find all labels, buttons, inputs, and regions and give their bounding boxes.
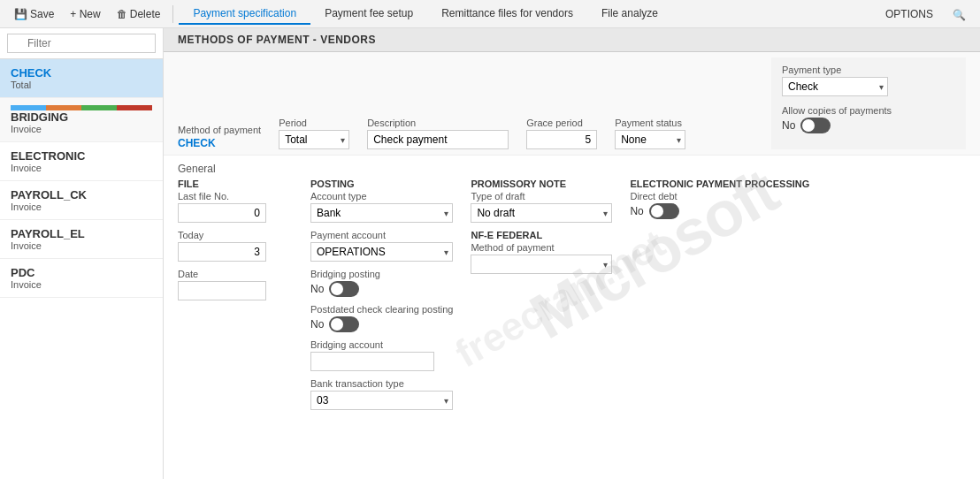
sidebar-item-check[interactable]: CHECK Total [0,59,163,98]
description-input[interactable] [367,130,509,149]
bar-green [81,105,117,110]
postdated-check-value: No [310,318,324,331]
date-input[interactable] [178,281,266,300]
payment-type-label: Payment type [782,65,955,75]
account-type-label: Account type [310,191,453,201]
direct-debit-toggle[interactable] [649,203,679,219]
bridging-posting-label: Bridging posting [310,269,453,279]
filter-input[interactable] [7,34,156,53]
postdated-check-toggle-row: No [310,316,359,332]
save-button[interactable]: 💾 Save [7,5,61,23]
electronic-section-title: ELECTRONIC PAYMENT PROCESSING [630,179,809,189]
posting-column: POSTING Account type Bank Payment accoun… [310,179,453,417]
payment-account-select[interactable]: OPERATIONS [310,242,453,262]
tab-payment-specification[interactable]: Payment specification [179,4,310,25]
delete-icon: 🗑 [117,8,127,20]
allow-copies-toggle-row: No [782,118,831,133]
type-of-draft-select-wrap: No draft [471,203,612,223]
general-title: General [164,156,980,179]
toolbar: 💾 Save + New 🗑 Delete Payment specificat… [0,0,980,28]
period-select[interactable]: Total [279,130,349,149]
bridging-posting-toggle-row: No [310,281,359,297]
toolbar-separator [172,5,173,23]
allow-copies-toggle[interactable] [800,118,831,133]
options-button[interactable]: OPTIONS [875,4,944,24]
sidebar-item-bridging-name: BRIDGING [11,110,152,124]
sidebar-item-pdc[interactable]: PDC Invoice [0,259,163,298]
period-col: Period Total [279,118,349,149]
tab-remittance-files[interactable]: Remittance files for vendors [427,4,587,25]
bridging-account-input[interactable] [310,352,434,371]
file-section-title: FILE [178,179,293,189]
period-label: Period [279,118,349,128]
new-button[interactable]: + New [63,5,107,23]
sidebar-item-electronic-sub: Invoice [11,163,152,173]
payment-account-field: Payment account OPERATIONS [310,230,453,262]
direct-debit-label: Direct debt [630,191,809,201]
save-icon: 💾 [14,8,27,20]
payment-type-field: Payment type Check [782,65,955,96]
sidebar-item-pdc-sub: Invoice [11,279,152,290]
sidebar-item-pdc-name: PDC [11,266,152,279]
new-label: + New [70,8,100,20]
sidebar-item-bridging[interactable]: BRIDGING Invoice [0,98,163,142]
sidebar-item-payroll-ck[interactable]: PAYROLL_CK Invoice [0,181,163,220]
postdated-check-toggle[interactable] [329,316,359,332]
sidebar-item-payroll-el-name: PAYROLL_EL [11,227,152,240]
tab-file-analyze[interactable]: File analyze [587,4,672,25]
payment-type-select[interactable]: Check [782,77,888,96]
last-file-no-input[interactable] [178,203,266,223]
nfe-federal-field: NF-E FEDERAL Method of payment [471,230,612,274]
payment-status-col: Payment status None [615,118,685,149]
allow-copies-field: Allow copies of payments No [782,105,955,133]
right-panel-inline: Payment type Check Allow copies of payme… [771,57,966,149]
account-type-select[interactable]: Bank [310,203,453,223]
delete-button[interactable]: 🗑 Delete [110,5,168,23]
tab-payment-fee-setup[interactable]: Payment fee setup [310,4,427,25]
bank-transaction-type-select[interactable]: 03 [310,391,453,410]
sidebar-item-payroll-ck-name: PAYROLL_CK [11,188,152,201]
date-label: Date [178,269,293,279]
postdated-check-label: Postdated check clearing posting [310,304,453,315]
type-of-draft-select[interactable]: No draft [471,203,612,223]
direct-debit-thumb [651,205,663,217]
type-of-draft-field: Type of draft No draft [471,191,612,223]
bridging-posting-thumb [331,283,343,295]
sidebar-item-payroll-el[interactable]: PAYROLL_EL Invoice [0,220,163,259]
search-button[interactable]: 🔍 [946,4,973,25]
general-columns: FILE Last file No. Today Date [164,179,980,426]
date-field: Date [178,269,293,300]
sidebar-item-check-sub: Total [11,80,152,90]
last-file-no-field: Last file No. [178,191,293,223]
sidebar-item-check-name: CHECK [11,66,152,80]
payment-status-select-wrap: None [615,130,685,149]
direct-debit-field: Direct debt No [630,191,809,219]
description-label: Description [367,118,509,128]
today-input[interactable] [178,242,266,262]
payment-type-select-wrap: Check [782,77,888,96]
today-field: Today [178,230,293,262]
nfe-method-of-payment-select[interactable] [471,255,612,274]
nfe-method-of-payment-label: Method of payment [471,242,612,253]
postdated-check-field: Postdated check clearing posting No [310,304,453,332]
payment-status-select[interactable]: None [615,130,685,149]
bank-transaction-type-label: Bank transaction type [310,378,453,389]
payment-account-label: Payment account [310,230,453,240]
bridging-account-label: Bridging account [310,339,453,350]
sidebar-item-payroll-ck-sub: Invoice [11,201,152,212]
save-label: Save [30,8,54,20]
bank-transaction-type-select-wrap: 03 [310,391,453,410]
bridging-posting-toggle[interactable] [329,281,359,297]
period-select-wrap: Total [279,130,349,149]
method-of-payment-value[interactable]: CHECK [178,137,261,149]
payment-status-label: Payment status [615,118,685,128]
sidebar-item-electronic[interactable]: ELECTRONIC Invoice [0,142,163,181]
bridging-posting-field: Bridging posting No [310,269,453,297]
sidebar-items: CHECK Total BRIDGING Invoice ELECTRONIC … [0,59,163,479]
bridging-posting-value: No [310,283,324,295]
posting-section-title: POSTING [310,179,453,189]
content-area: METHODS OF PAYMENT - VENDORS Method of p… [164,28,980,479]
grace-period-input[interactable] [526,130,597,149]
type-of-draft-label: Type of draft [471,191,612,201]
direct-debit-value: No [630,205,643,217]
